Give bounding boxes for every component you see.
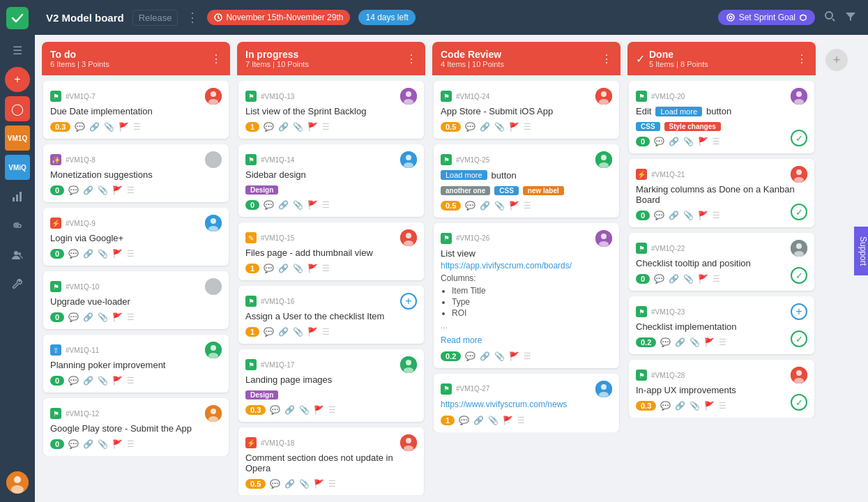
- card-avatar: [205, 151, 222, 168]
- card-vm1q21: ⚡ #VM1Q-21 Marking columns as Done on a …: [629, 159, 814, 227]
- card-points: 1: [245, 264, 259, 273]
- card-points: 0: [50, 312, 64, 322]
- card-title: Marking columns as Done on a Kanban Boar…: [636, 184, 807, 205]
- card-points: 0.5: [245, 479, 266, 489]
- col-header-done: ✓ Done 5 Items | 8 Points ⋮: [627, 42, 816, 75]
- sidebar-tools-icon[interactable]: [5, 272, 30, 297]
- read-more-button[interactable]: Read more: [441, 335, 482, 345]
- done-check: ✓: [791, 330, 807, 347]
- sidebar-vm1q-badge[interactable]: VM1Q: [5, 126, 30, 151]
- card-title: Assign a User to the checklist Item: [245, 311, 417, 321]
- card-points: 0: [636, 274, 650, 284]
- sidebar-chart-icon[interactable]: [5, 184, 30, 209]
- sidebar-team-icon[interactable]: [5, 243, 30, 268]
- card-link-icon[interactable]: 🔗: [89, 122, 100, 132]
- card-type-icon: ⚑: [636, 306, 647, 317]
- svg-point-57: [796, 169, 802, 175]
- card-type-icon: ⚑: [441, 383, 452, 395]
- cards-todo: ⚑ #VM1Q-7 Due Date implementation 0.3 💬 …: [42, 81, 230, 456]
- col-menu-done[interactable]: ⋮: [796, 52, 807, 66]
- release-button[interactable]: Release: [132, 10, 178, 26]
- card-list-icon[interactable]: ☰: [133, 122, 141, 132]
- card-id: #VM1Q-17: [261, 361, 294, 369]
- card-title: List view of the Sprint Backlog: [245, 106, 417, 116]
- sprint-days-badge: 14 days left: [358, 10, 415, 25]
- card-vm1q17: ⚑ #VM1Q-17 Landing page images Design 0.…: [238, 349, 424, 422]
- tag-new-label: new label: [523, 186, 564, 195]
- card-vm1q15: ✎ #VM1Q-15 Files page - add thumbnail vi…: [238, 222, 424, 280]
- tag-design: Design: [245, 390, 278, 400]
- support-tab[interactable]: Support: [854, 227, 868, 275]
- card-vm1q11: ⇧ #VM1Q-11 Planning poker improvement 0 …: [43, 335, 229, 393]
- svg-point-51: [601, 384, 607, 390]
- add-column-button[interactable]: +: [825, 49, 848, 71]
- card-title: Google Play store - Submit the App: [50, 423, 222, 434]
- svg-point-46: [599, 162, 609, 168]
- sidebar-vmiq2-badge[interactable]: VMiQ: [5, 155, 30, 180]
- card-id: #VM1Q-23: [651, 308, 685, 316]
- col-menu-codereview[interactable]: ⋮: [601, 52, 612, 66]
- card-avatar: [400, 88, 417, 105]
- done-check: ✓: [791, 267, 807, 284]
- card-type-icon: ⇧: [50, 344, 61, 356]
- tag-css: CSS: [494, 186, 519, 195]
- card-comment-icon[interactable]: 💬: [75, 122, 85, 132]
- card-avatar: [595, 230, 612, 247]
- search-icon[interactable]: [823, 10, 836, 25]
- card-id: #VM1Q-14: [261, 156, 294, 164]
- sidebar: ☰ + ◯ VM1Q VMiQ: [0, 0, 35, 502]
- svg-point-55: [794, 99, 804, 105]
- tag-css-done: CSS: [636, 122, 660, 131]
- card-type-icon: ⚡: [636, 169, 647, 180]
- done-check: ✓: [791, 130, 807, 146]
- done-check: ✓: [791, 394, 807, 411]
- card-link2[interactable]: https://www.vivifyscrum.com/news: [441, 400, 567, 409]
- card-type-icon: ⚑: [441, 233, 452, 244]
- card-avatar: [400, 229, 417, 246]
- card-vm1q25: ⚑ #VM1Q-25 Load more button another one …: [434, 144, 619, 218]
- tag-design: Design: [245, 185, 278, 195]
- card-vm1q8: ✨ #VM1Q-8 Monetization suggestions 0 💬 🔗…: [43, 144, 229, 202]
- sprint-date-text: November 15th-November 29th: [226, 13, 343, 22]
- card-vm1q10: ⚑ #VM1Q-10 Upgrade vue-loader 0 💬 🔗 📎 🚩 …: [43, 271, 229, 329]
- sidebar-timer-icon[interactable]: ◯: [5, 96, 30, 121]
- card-avatar: [791, 166, 807, 183]
- svg-point-37: [404, 367, 413, 373]
- col-menu-todo[interactable]: ⋮: [211, 52, 222, 66]
- set-sprint-goal-button[interactable]: Set Sprint Goal: [718, 10, 815, 25]
- card-flag-icon[interactable]: 🚩: [119, 122, 129, 132]
- tag-style-done: Style changes: [664, 122, 721, 131]
- sidebar-layers-icon[interactable]: ☰: [5, 38, 30, 63]
- col-menu-inprogress[interactable]: ⋮: [406, 52, 417, 66]
- sidebar-add-icon[interactable]: +: [5, 67, 30, 92]
- user-avatar[interactable]: [6, 471, 29, 494]
- add-column-area: +: [823, 42, 851, 495]
- column-done: ✓ Done 5 Items | 8 Points ⋮ ⚑ #VM1Q-20: [627, 42, 816, 495]
- filter-icon[interactable]: [844, 10, 857, 25]
- load-more-inline-button[interactable]: Load more: [441, 170, 487, 180]
- sidebar-clip-icon[interactable]: [5, 213, 30, 238]
- card-type-icon: ⚑: [636, 243, 647, 254]
- card-points: 0.2: [636, 337, 656, 347]
- card-id: #VM1Q-15: [261, 234, 294, 242]
- card-avatar: [205, 278, 222, 295]
- card-id: #VM1Q-24: [456, 93, 489, 100]
- card-id: #VM1Q-7: [66, 93, 96, 100]
- app-logo[interactable]: [6, 7, 29, 29]
- card-points: 0.3: [245, 405, 266, 415]
- card-vm1q22: ⚑ #VM1Q-22 Checklist tooltip and positio…: [629, 233, 814, 291]
- card-link[interactable]: https://app.vivifyscrum.com/boards/: [441, 261, 572, 271]
- svg-point-6: [14, 476, 21, 483]
- svg-point-27: [406, 91, 411, 97]
- card-id: #VM1Q-11: [66, 347, 99, 354]
- svg-point-31: [404, 162, 413, 168]
- load-more-inline-done[interactable]: Load more: [655, 107, 702, 116]
- topbar-more-icon[interactable]: ⋮: [186, 10, 199, 25]
- card-points: 1: [441, 416, 455, 425]
- card-points: 0: [50, 185, 64, 195]
- card-id: #VM1Q-16: [261, 298, 294, 305]
- card-avatar: [205, 405, 222, 422]
- card-attach-icon[interactable]: 📎: [104, 122, 114, 132]
- svg-point-28: [404, 99, 413, 105]
- card-avatar: [400, 434, 417, 451]
